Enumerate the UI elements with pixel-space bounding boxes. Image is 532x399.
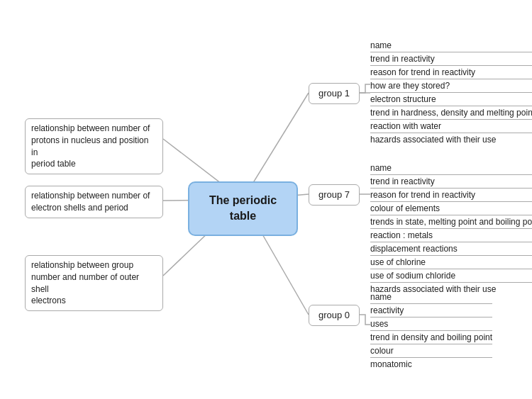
g0-item: reactivity xyxy=(370,304,492,317)
group1-node: group 1 xyxy=(309,83,360,104)
g1-item: reason for trend in reactivity xyxy=(370,66,532,79)
g0-item: uses xyxy=(370,317,492,331)
g7-item: displacement reactions xyxy=(370,242,532,256)
g7-item: name xyxy=(370,162,532,175)
group0-items: name reactivity uses trend in density an… xyxy=(370,291,492,371)
g7-item: trend in reactivity xyxy=(370,175,532,189)
g1-item: how are they stored? xyxy=(370,79,532,93)
group7-node: group 7 xyxy=(309,184,360,206)
left-node-protons: relationship between number ofprotons in… xyxy=(25,118,163,174)
g1-item: trend in reactivity xyxy=(370,52,532,66)
g1-item: trend in hardness, density and melting p… xyxy=(370,106,532,120)
group1-items: name trend in reactivity reason for tren… xyxy=(370,39,532,146)
left-node-group-number: relationship between groupnumber and num… xyxy=(25,255,163,311)
group0-node: group 0 xyxy=(309,305,360,326)
group7-items: name trend in reactivity reason for tren… xyxy=(370,162,532,296)
g7-item: reason for trend in reactivity xyxy=(370,189,532,202)
g0-item: colour xyxy=(370,344,492,358)
g1-item: hazards associated with their use xyxy=(370,133,532,146)
g0-item: monatomic xyxy=(370,358,492,371)
center-node: The periodic table xyxy=(188,181,298,236)
g7-item: trends in state, melting point and boili… xyxy=(370,215,532,229)
g7-item: use of chlorine xyxy=(370,256,532,269)
g0-item: trend in density and boiling point xyxy=(370,331,492,344)
g7-item: reaction : metals xyxy=(370,229,532,242)
g7-item: colour of elements xyxy=(370,202,532,215)
g1-item: electron structure xyxy=(370,93,532,106)
g7-item: use of sodium chloride xyxy=(370,269,532,283)
g1-item: reaction with water xyxy=(370,120,532,133)
g0-item: name xyxy=(370,291,492,304)
g1-item: name xyxy=(370,39,532,52)
left-node-electron-shells: relationship between number ofelectron s… xyxy=(25,186,163,218)
